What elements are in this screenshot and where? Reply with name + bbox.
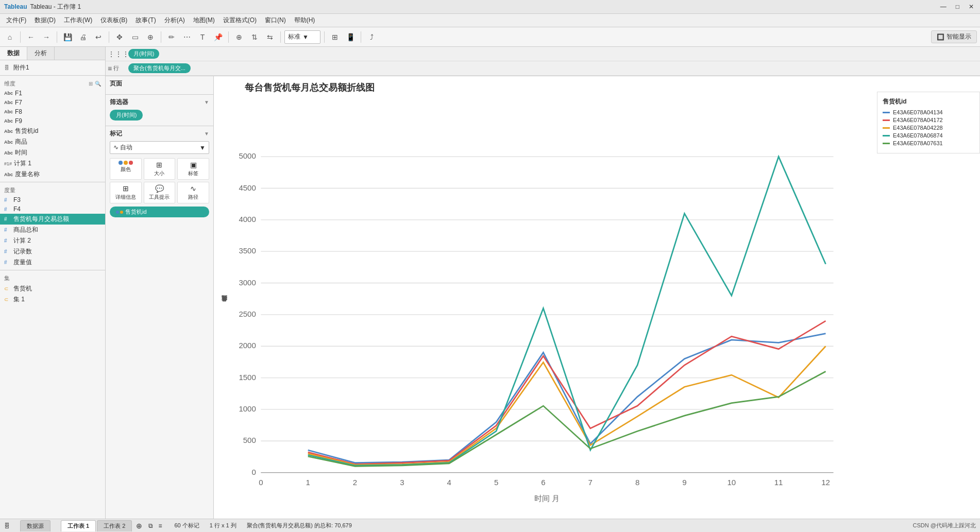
dim-machine-id[interactable]: Abc 售货机id (0, 126, 105, 136)
meas-monthly-sales[interactable]: # 售货机每月交易总额 (0, 214, 105, 225)
toolbar-text-btn[interactable]: T (196, 30, 209, 44)
toolbar-home-btn[interactable]: ⌂ (3, 30, 16, 44)
meas-record-count[interactable]: # 记录数 (0, 246, 105, 257)
toolbar-share-btn[interactable]: ⤴ (365, 30, 378, 44)
dim-F1[interactable]: Abc F1 (0, 89, 105, 98)
menu-data[interactable]: 数据(D) (30, 15, 60, 26)
maximize-button[interactable]: □ (954, 3, 961, 10)
filter-time-pill[interactable]: 月(时间) (110, 110, 143, 121)
toolbar-brush-btn[interactable]: ⋯ (180, 30, 194, 44)
marks-color-btn[interactable]: 颜色 (110, 158, 142, 180)
main-area: 数据 分析 🗄 附件1 维度 ⊞ 🔍 Abc F1 (0, 47, 980, 519)
svg-text:1: 1 (306, 478, 310, 487)
toolbar-view-dropdown[interactable]: 标准 ▼ (284, 30, 320, 44)
menu-format[interactable]: 设置格式(O) (219, 15, 261, 26)
dim-calc1[interactable]: #1# 计算 1 (0, 158, 105, 169)
toolbar-device-btn[interactable]: 📱 (344, 30, 357, 44)
smart-display-button[interactable]: 🔲 智能显示 (931, 30, 977, 43)
dup-sheet-btn[interactable]: ⧉ (146, 521, 155, 530)
marks-count: 60 个标记 (174, 522, 199, 529)
toolbar-fit-btn[interactable]: ⊞ (328, 30, 342, 44)
data-tab[interactable]: 数据 (0, 47, 27, 60)
toolbar-add-marks-btn[interactable]: ⊕ (232, 30, 246, 44)
meas-measure-values[interactable]: # 度量值 (0, 257, 105, 268)
rows-cols: 1 行 x 1 列 (210, 522, 236, 529)
analysis-tab[interactable]: 分析 (27, 47, 55, 60)
smart-display-icon: 🔲 (937, 33, 944, 41)
marks-color-field[interactable]: 售货机id (110, 207, 209, 217)
menu-window[interactable]: 窗口(N) (261, 15, 290, 26)
dim-product[interactable]: Abc 商品 (0, 136, 105, 147)
datasource-item[interactable]: 🗄 附件1 (0, 62, 105, 73)
svg-text:4: 4 (447, 478, 451, 487)
toolbar-save-btn[interactable]: 💾 (61, 30, 74, 44)
toolbar-pen-btn[interactable]: ✏ (165, 30, 178, 44)
toolbar-move-btn[interactable]: ✥ (113, 30, 126, 44)
chart-wrapper: 售货机每月交易总额 0 500 1000 1500 (219, 99, 861, 513)
sheet1-tab[interactable]: 工作表 1 (61, 520, 96, 531)
legend-item-1: E43A6E078A04172 (883, 117, 974, 123)
sheet-nav-btn[interactable]: ≡ (156, 521, 164, 530)
toolbar-sort-desc-btn[interactable]: ⇆ (263, 30, 277, 44)
menu-story[interactable]: 故事(T) (131, 15, 160, 26)
toolbar-undo-btn[interactable]: ↩ (92, 30, 105, 44)
toolbar-sort-asc-btn[interactable]: ⇅ (248, 30, 261, 44)
legend-item-4: E43A6E078A07631 (883, 140, 974, 146)
dim-F9[interactable]: Abc F9 (0, 116, 105, 126)
set-1[interactable]: ⊂ 集 1 (0, 294, 105, 305)
close-button[interactable]: ✕ (967, 3, 976, 10)
toolbar-sep5 (228, 31, 229, 43)
meas-product-sum[interactable]: # 商品总和 (0, 225, 105, 235)
titlebar-left: Tableau Tableau - 工作簿 1 (4, 3, 81, 11)
menu-dashboard[interactable]: 仪表板(B) (96, 15, 131, 26)
marks-path-btn[interactable]: ∿ 路径 (177, 182, 209, 203)
meas-F3[interactable]: # F3 (0, 195, 105, 204)
menu-analysis[interactable]: 分析(A) (160, 15, 189, 26)
add-sheet-btn[interactable]: ⊕ (133, 521, 145, 531)
tableau-logo: Tableau (4, 3, 27, 10)
marks-size-btn[interactable]: ⊞ 大小 (144, 158, 176, 180)
toolbar-back-btn[interactable]: ← (24, 30, 38, 44)
meas-calc2[interactable]: # 计算 2 (0, 235, 105, 246)
marks-type-dropdown[interactable]: ∿ 自动 ▼ (110, 141, 209, 154)
search-icon: 🔍 (95, 81, 101, 87)
svg-text:时间 月: 时间 月 (534, 494, 560, 503)
sheet2-tab[interactable]: 工作表 2 (97, 520, 132, 531)
dim-measure-name[interactable]: Abc 度量名称 (0, 169, 105, 180)
menu-help[interactable]: 帮助(H) (290, 15, 319, 26)
dim-time[interactable]: Abc 时间 (0, 147, 105, 158)
toolbar-print-btn[interactable]: 🖨 (76, 30, 90, 44)
toolbar-select-btn[interactable]: ▭ (128, 30, 142, 44)
svg-text:3500: 3500 (239, 246, 256, 255)
legend-color-3 (883, 135, 890, 136)
legend-color-2 (883, 127, 890, 129)
legend-label-3: E43A6E078A06874 (893, 132, 943, 139)
menu-worksheet[interactable]: 工作表(W) (60, 15, 96, 26)
marks-label-btn[interactable]: ▣ 标签 (177, 158, 209, 180)
titlebar-controls: — □ ✕ (938, 3, 976, 10)
svg-text:4000: 4000 (239, 215, 256, 224)
menu-map[interactable]: 地图(M) (189, 15, 219, 26)
dim-F8[interactable]: Abc F8 (0, 107, 105, 116)
toolbar-pan-btn[interactable]: ⊕ (144, 30, 157, 44)
toolbar-sep7 (324, 31, 325, 43)
set-machine[interactable]: ⊂ 售货机 (0, 283, 105, 294)
rows-pill[interactable]: 聚合(售货机每月交... (128, 63, 191, 73)
left-panels: 页面 筛选器 ▼ 月(时间) 标记 ▼ (106, 76, 214, 519)
minimize-button[interactable]: — (938, 3, 949, 10)
meas-F4[interactable]: # F4 (0, 204, 105, 214)
canvas-area: 页面 筛选器 ▼ 月(时间) 标记 ▼ (106, 76, 980, 519)
toolbar-pin-btn[interactable]: 📌 (211, 30, 225, 44)
datasource-tab[interactable]: 数据源 (20, 520, 50, 531)
menu-file[interactable]: 文件(F) (2, 15, 30, 26)
divider1 (0, 75, 105, 76)
dim-F7[interactable]: Abc F7 (0, 98, 105, 107)
rows-label: ≡ 行 (108, 64, 128, 73)
marks-detail-btn[interactable]: ⊞ 详细信息 (110, 182, 142, 203)
marks-tooltip-btn[interactable]: 💬 工具提示 (144, 182, 176, 203)
color-btn-label: 颜色 (121, 166, 131, 173)
toolbar-forward-btn[interactable]: → (40, 30, 53, 44)
columns-pill[interactable]: 月(时间) (128, 49, 159, 59)
attribution: CSDN @代码堆上踩河北 (913, 522, 976, 529)
detail-icon: ⊞ (123, 184, 129, 193)
